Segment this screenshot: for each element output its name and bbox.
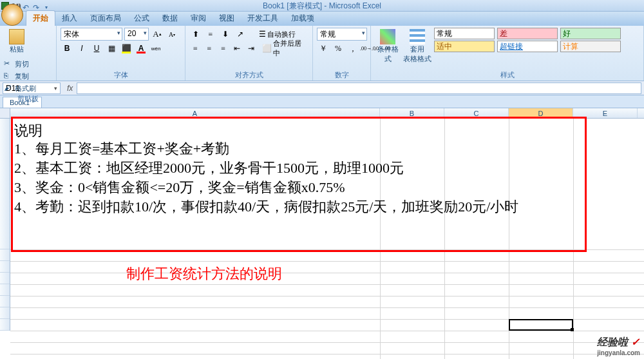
workbook-tabs: Book1 * [0,95,644,108]
active-cell-d11[interactable] [509,319,573,331]
font-color-button[interactable]: A [135,42,147,55]
group-styles: 条件格式 套用 表格格式 常规 差 好 适中 超链接 计算 样式 [371,26,644,81]
bold-button[interactable]: B [61,42,73,55]
ribbon-tabs: 开始 插入 页面布局 公式 数据 审阅 视图 开发工具 加载项 [0,12,644,26]
qat-dropdown-icon[interactable]: ▾ [43,2,50,10]
merge-icon: ⬜ [262,44,272,53]
undo-icon[interactable]: ↶ [22,2,30,10]
tab-data[interactable]: 数据 [156,11,184,26]
cond-format-icon [380,29,395,44]
phonetic-button[interactable]: wén [149,42,162,55]
copy-icon: ⎘ [4,72,13,81]
group-alignment: ⬆ ≡ ⬇ ↗ ☰自动换行 ≡ ≡ ≡ ⇤ ⇥ ⬜合并后居中 对齐方式 [185,26,313,81]
group-clipboard: 粘贴 ✂剪切 ⎘复制 🖌格式刷 剪贴板 [0,26,57,81]
tab-dev[interactable]: 开发工具 [241,11,285,26]
tab-formula[interactable]: 公式 [128,11,156,26]
cells-area[interactable]: 说明 1、每月工资=基本工资+奖金+考勤 2、基本工资：地区经理2000元，业务… [10,119,644,359]
redo-icon[interactable]: ↷ [32,2,40,10]
indent-inc-button[interactable]: ⇥ [245,42,258,55]
style-calc[interactable]: 计算 [560,41,621,52]
grow-font-button[interactable]: A▴ [151,28,164,41]
comma-button[interactable]: , [346,42,359,55]
formula-bar: D11 ▾ fx [0,81,644,95]
style-bad[interactable]: 差 [497,28,558,39]
row-1[interactable] [0,119,10,249]
style-good[interactable]: 好 [560,28,621,39]
text-line4: 4、考勤：迟到扣款10/次，事假扣款40/天，病假扣款25元/天，加班奖励20元… [14,197,518,217]
formula-input[interactable] [77,82,641,94]
align-bottom-button[interactable]: ⬇ [219,28,232,41]
cut-button[interactable]: ✂剪切 [4,58,36,70]
select-all-corner[interactable] [0,108,10,119]
border-button[interactable]: ▦ [105,42,118,55]
paste-button[interactable]: 粘贴 [4,28,30,55]
copy-button[interactable]: ⎘复制 [4,70,36,82]
wrap-icon: ☰ [259,30,266,39]
office-button[interactable] [1,4,23,26]
align-top-button[interactable]: ⬆ [189,28,202,41]
style-normal[interactable]: 常规 [434,28,495,39]
tab-view[interactable]: 视图 [213,11,241,26]
table-icon [410,29,425,44]
group-number: 常规 ￥ % , .00→.0 .0→.00 数字 [313,26,371,81]
group-font: 宋体 20 A▴ A▾ B I U ▦ ⬛ A wén 字体 [57,26,185,81]
fx-icon[interactable]: fx [67,84,73,93]
tab-layout[interactable]: 页面布局 [84,11,128,26]
style-neutral[interactable]: 适中 [434,41,495,52]
chevron-down-icon[interactable]: ▾ [54,85,57,92]
row-2[interactable] [0,249,10,261]
row-4[interactable] [0,273,10,284]
align-middle-button[interactable]: ≡ [204,28,217,41]
worksheet[interactable]: A B C D E 说明 1、每月工资=基本工资+奖金+考勤 2、基本工资：地区… [0,108,644,359]
brush-icon: 🖌 [4,84,13,93]
currency-button[interactable]: ￥ [317,42,330,55]
tab-addin[interactable]: 加载项 [285,11,321,26]
cond-format-button[interactable]: 条件格式 [375,28,401,65]
fill-color-button[interactable]: ⬛ [120,42,133,55]
align-left-button[interactable]: ≡ [189,42,202,55]
window-title: Book1 [兼容模式] - Microsoft Excel [263,1,381,10]
font-size-select[interactable]: 20 [124,28,149,41]
check-icon: ✓ [631,336,639,347]
indent-dec-button[interactable]: ⇤ [231,42,243,55]
watermark: 经验啦 ✓ jingyanla.com [597,336,640,356]
paste-icon [9,29,24,44]
table-format-button[interactable]: 套用 表格格式 [404,28,430,65]
italic-button[interactable]: I [75,42,88,55]
row-3[interactable] [0,261,10,273]
orientation-button[interactable]: ↗ [234,28,247,41]
tab-insert[interactable]: 插入 [55,11,84,26]
ribbon: 粘贴 ✂剪切 ⎘复制 🖌格式刷 剪贴板 宋体 20 A▴ A▾ B I U ▦ [0,26,644,81]
style-link[interactable]: 超链接 [497,41,558,52]
text-line1: 1、每月工资=基本工资+奖金+考勤 [14,139,229,159]
text-line2: 2、基本工资：地区经理2000元，业务骨干1500元，助理1000元 [14,159,404,178]
row-5[interactable] [0,284,10,296]
number-format-select[interactable]: 常规 [317,28,367,41]
caption-text: 制作工资统计方法的说明 [126,264,282,284]
text-title: 说明 [14,121,43,141]
percent-button[interactable]: % [332,42,345,55]
row-7[interactable] [0,307,10,319]
row-6[interactable] [0,296,10,307]
title-bar: 💾 ↶ ↷ ▾ Book1 [兼容模式] - Microsoft Excel [0,0,644,12]
font-name-select[interactable]: 宋体 [61,28,122,41]
tab-home[interactable]: 开始 [26,10,55,26]
text-line3: 3、奖金：0<销售金额<=20万，奖金=销售金额x0.75% [14,178,345,197]
underline-button[interactable]: U [90,42,103,55]
align-center-button[interactable]: ≡ [204,42,216,55]
row-8[interactable] [0,319,10,331]
shrink-font-button[interactable]: A▾ [166,28,178,41]
scissors-icon: ✂ [4,59,13,68]
painter-button[interactable]: 🖌格式刷 [4,82,36,94]
row-headers [0,119,10,331]
align-right-button[interactable]: ≡ [217,42,229,55]
merge-button[interactable]: ⬜合并后居中 [259,42,308,55]
tab-review[interactable]: 审阅 [184,11,213,26]
